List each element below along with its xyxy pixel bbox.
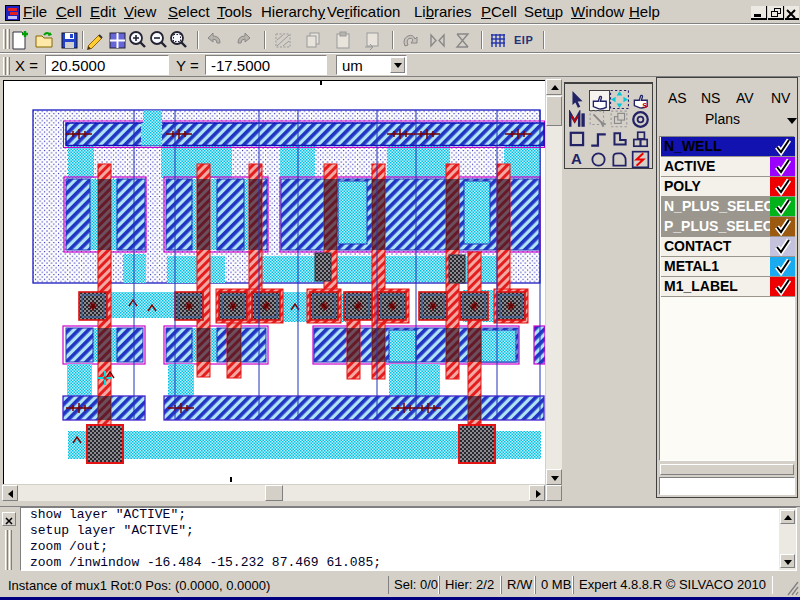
svg-text:s: s xyxy=(642,100,647,109)
